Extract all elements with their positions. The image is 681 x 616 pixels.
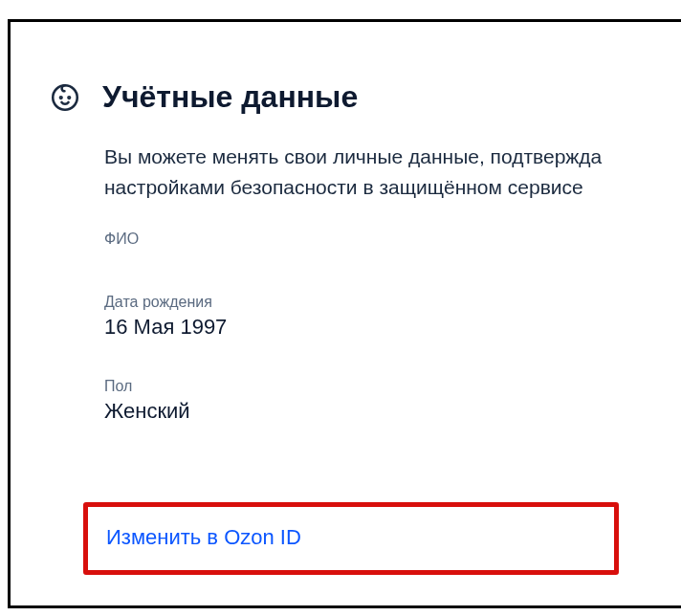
field-gender: Пол Женский	[104, 378, 681, 424]
field-dob: Дата рождения 16 Мая 1997	[104, 294, 681, 340]
section-body: Вы можете менять свои личные данные, под…	[104, 142, 681, 424]
svg-point-0	[53, 85, 77, 110]
edit-ozon-id-link[interactable]: Изменить в Ozon ID	[106, 525, 301, 550]
field-label-dob: Дата рождения	[104, 294, 681, 311]
field-value-dob: 16 Мая 1997	[104, 315, 681, 340]
field-label-fio: ФИО	[104, 231, 681, 248]
section-header: Учётные данные	[49, 79, 681, 115]
field-value-gender: Женский	[104, 399, 681, 424]
card-frame: Учётные данные Вы можете менять свои лич…	[8, 19, 681, 608]
card-content: Учётные данные Вы можете менять свои лич…	[11, 22, 681, 424]
section-description: Вы можете менять свои личные данные, под…	[104, 142, 681, 202]
baby-face-icon	[49, 81, 81, 114]
svg-point-1	[60, 97, 62, 99]
section-title: Учётные данные	[102, 79, 358, 115]
field-fio: ФИО	[104, 231, 681, 248]
field-label-gender: Пол	[104, 378, 681, 395]
svg-point-2	[68, 97, 70, 99]
